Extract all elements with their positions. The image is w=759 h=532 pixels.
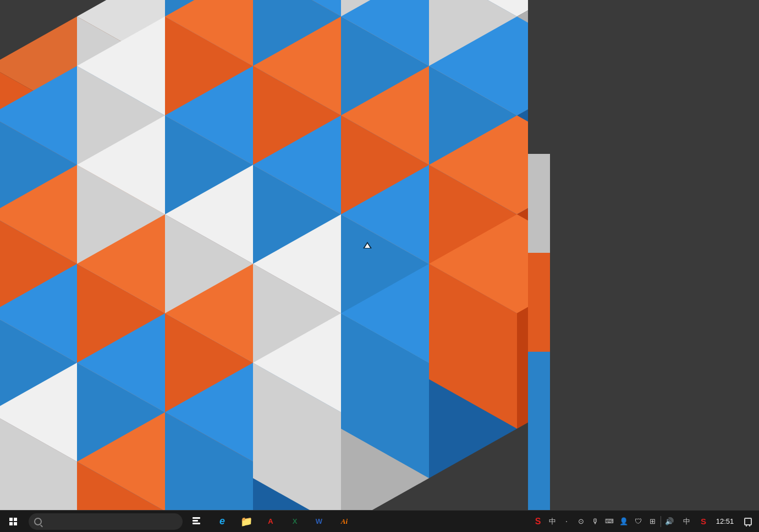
desktop: e 📁 A X W Ai <box>0 0 759 532</box>
microphone-button[interactable]: 🎙 <box>588 511 602 533</box>
input-method-icon: 中 <box>683 517 690 527</box>
search-icon <box>34 518 42 525</box>
volume-icon: 🔊 <box>665 517 674 525</box>
security-button[interactable]: 🛡 <box>631 511 645 533</box>
wallpaper <box>0 0 759 511</box>
word-button[interactable]: W <box>307 511 331 533</box>
sogou2-icon: S <box>701 517 706 526</box>
sogou-button[interactable]: S <box>531 511 545 533</box>
taskview-button[interactable] <box>185 511 209 533</box>
user-icon: 👤 <box>619 517 628 525</box>
microphone-icon: 🎙 <box>592 517 599 525</box>
ai-icon: Ai <box>341 517 348 526</box>
adobe-icon: A <box>268 517 273 525</box>
ai-app-button[interactable]: Ai <box>332 511 356 533</box>
volume-button[interactable]: 🔊 <box>662 511 676 533</box>
network-button[interactable]: ⊙ <box>574 511 588 533</box>
keyboard-icon: ⌨ <box>605 518 614 525</box>
chinese-input-button[interactable]: 中 <box>545 511 559 533</box>
wallpaper-svg <box>0 0 759 511</box>
word-icon: W <box>316 517 322 525</box>
shield-icon: 🛡 <box>635 517 642 525</box>
user-button[interactable]: 👤 <box>617 511 631 533</box>
taskbar: e 📁 A X W Ai <box>0 510 759 532</box>
chinese-input-icon: 中 <box>549 517 556 527</box>
system-tray: S 中 · ⊙ 🎙 ⌨ 👤 <box>531 511 759 533</box>
taskbar-apps: e 📁 A X W <box>210 511 331 533</box>
input-method-button[interactable]: 中 <box>676 511 696 533</box>
sogou-icon: S <box>535 517 541 527</box>
network2-button[interactable]: ⊞ <box>645 511 659 533</box>
adobe-button[interactable]: A <box>258 511 283 533</box>
explorer-button[interactable]: 📁 <box>234 511 258 533</box>
notification-icon <box>744 518 752 525</box>
start-icon <box>9 518 17 525</box>
folder-icon: 📁 <box>240 516 252 528</box>
sogou2-button[interactable]: S <box>696 511 711 533</box>
excel-icon: X <box>293 517 298 525</box>
clock-button[interactable]: 12:51 <box>711 511 739 533</box>
notification-button[interactable] <box>739 511 757 533</box>
network-icon: ⊙ <box>578 517 584 525</box>
network2-icon: ⊞ <box>650 517 656 525</box>
tray-separator <box>661 516 661 527</box>
start-button[interactable] <box>0 511 26 533</box>
edge-icon: e <box>219 516 225 527</box>
taskview-icon <box>193 517 201 526</box>
excel-button[interactable]: X <box>283 511 307 533</box>
dot-icon: · <box>565 517 568 527</box>
keyboard-button[interactable]: ⌨ <box>602 511 617 533</box>
edge-icon-button[interactable]: e <box>210 511 234 533</box>
dot-button[interactable]: · <box>559 511 574 533</box>
search-bar[interactable] <box>29 513 183 530</box>
clock-time: 12:51 <box>716 517 734 526</box>
